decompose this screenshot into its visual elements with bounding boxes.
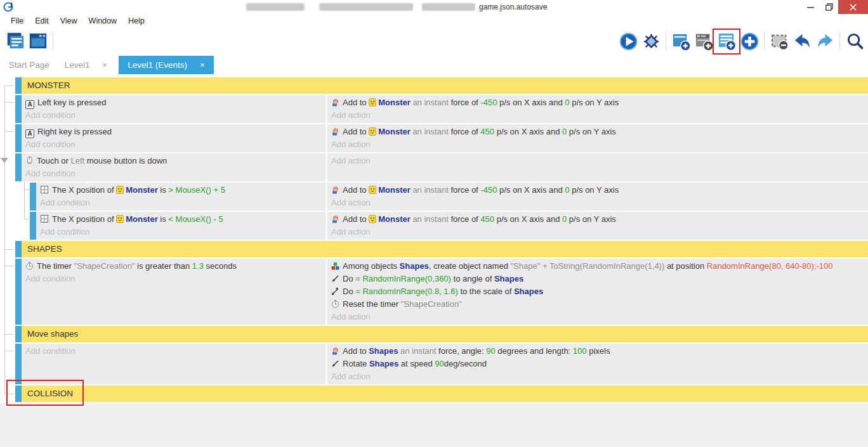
add-event-icon[interactable]	[716, 30, 737, 52]
action-line[interactable]: Do = RandomInRange(0.8, 1.6) to the scal…	[331, 285, 868, 298]
toolbar-separator	[839, 32, 840, 50]
add-action-button[interactable]: Add action	[331, 311, 868, 323]
angle-icon	[331, 359, 339, 370]
add-condition-button[interactable]: Add condition	[25, 345, 326, 358]
hand-icon	[331, 185, 339, 197]
undo-icon[interactable]	[791, 30, 813, 52]
condition-line[interactable]: ARight key is pressed	[25, 126, 326, 138]
toolbar-separator	[764, 32, 765, 50]
conditions-column: Add condition	[22, 344, 326, 384]
add-action-button[interactable]: Add action	[331, 155, 868, 167]
add-condition-button[interactable]: Add condition	[40, 226, 326, 238]
redo-icon[interactable]	[814, 30, 836, 52]
event-row[interactable]: The timer "ShapeCreation" is greater tha…	[15, 259, 868, 325]
conditions-column: The timer "ShapeCreation" is greater tha…	[22, 259, 326, 325]
conditions-column: The X position of Monster is > MouseX() …	[36, 183, 326, 211]
close-tab-icon[interactable]: ×	[100, 60, 110, 70]
action-line[interactable]: Add to Monster an instant force of -450 …	[331, 184, 868, 197]
condition-line[interactable]: The timer "ShapeCreation" is greater tha…	[25, 260, 326, 273]
group-header[interactable]: Move shapes	[15, 326, 868, 342]
add-condition-button[interactable]: Add condition	[25, 273, 326, 285]
event-row[interactable]: Touch or Left mouse button is downAdd co…	[15, 153, 868, 181]
event-color-bar	[15, 77, 22, 94]
actions-column: Add to Monster an instant force of 450 p…	[326, 212, 868, 240]
actions-column: Add to Monster an instant force of -450 …	[326, 183, 868, 211]
close-button[interactable]	[838, 0, 868, 14]
conditions-column: Touch or Left mouse button is downAdd co…	[22, 153, 326, 181]
action-line[interactable]: Reset the timer "ShapeCreation"	[331, 298, 868, 311]
event-color-bar	[15, 344, 22, 384]
action-line[interactable]: Rotate Shapes at speed 90deg/second	[331, 358, 868, 370]
event-row[interactable]: ALeft key is pressedAdd conditionAdd to …	[15, 95, 868, 123]
remove-frame-icon[interactable]	[768, 30, 790, 52]
action-line[interactable]: Do = RandomInRange(0,360) to angle of Sh…	[331, 273, 868, 285]
search-icon[interactable]	[844, 30, 865, 52]
event-color-bar	[15, 259, 22, 325]
tab-level1[interactable]: Level1 ×	[62, 56, 110, 74]
monster-icon	[369, 127, 376, 138]
group-header[interactable]: MONSTER	[15, 77, 868, 94]
event-row[interactable]: The X position of Monster is > MouseX() …	[30, 183, 868, 211]
action-line[interactable]: Add to Monster an instant force of 450 p…	[331, 213, 868, 226]
add-condition-button[interactable]: Add condition	[40, 197, 326, 209]
conditions-column: ALeft key is pressedAdd condition	[22, 95, 326, 123]
menu-edit[interactable]: Edit	[29, 16, 55, 25]
toolbar-separator	[666, 32, 666, 50]
keyboard-icon: A	[25, 98, 34, 109]
add-circle-icon[interactable]	[739, 30, 760, 52]
action-line[interactable]: Add to Monster an instant force of 450 p…	[331, 126, 868, 138]
event-color-bar	[30, 212, 36, 240]
menu-file[interactable]: File	[5, 16, 29, 25]
tab-level1-events[interactable]: Level1 (Events) ×	[119, 56, 213, 74]
event-row[interactable]: Add conditionAdd to Shapes an instant fo…	[15, 344, 868, 384]
events-sheet-icon[interactable]	[4, 30, 26, 52]
window-title: game.json.autosave	[479, 3, 547, 11]
condition-line[interactable]: The X position of Monster is < MouseX() …	[40, 213, 326, 226]
monster-icon	[116, 214, 124, 226]
events-sheet: MONSTERALeft key is pressedAdd condition…	[0, 74, 868, 447]
group-header[interactable]: SHAPES	[15, 241, 868, 257]
condition-line[interactable]: The X position of Monster is > MouseX() …	[40, 184, 326, 197]
event-color-bar	[15, 95, 22, 123]
hand-icon	[331, 127, 339, 138]
actions-column: Among objects Shapes, create object name…	[326, 259, 868, 325]
timer-icon	[331, 299, 339, 311]
play-icon[interactable]	[617, 30, 639, 52]
scene-editor-icon[interactable]	[27, 30, 49, 52]
group-header[interactable]: COLLISION	[15, 385, 868, 402]
condition-line[interactable]: ALeft key is pressed	[25, 96, 326, 109]
toolbar-separator	[53, 32, 53, 50]
event-row[interactable]: The X position of Monster is < MouseX() …	[30, 212, 868, 240]
menu-help[interactable]: Help	[122, 16, 150, 25]
actions-column: Add action	[326, 153, 868, 181]
event-color-bar	[15, 124, 22, 152]
menu-view[interactable]: View	[55, 16, 83, 25]
title-bar: game.json.autosave	[0, 0, 868, 14]
redacted-title-text	[422, 3, 475, 11]
add-external-object-icon[interactable]	[693, 30, 714, 52]
add-object-icon[interactable]	[670, 30, 692, 52]
mouse-icon	[25, 156, 34, 167]
action-line[interactable]: Add to Monster an instant force of -450 …	[331, 96, 868, 109]
actions-column: Add to Monster an instant force of -450 …	[326, 95, 868, 123]
condition-line[interactable]: Touch or Left mouse button is down	[25, 155, 326, 167]
action-line[interactable]: Among objects Shapes, create object name…	[331, 260, 868, 273]
action-line[interactable]: Add to Shapes an instant force, angle: 9…	[331, 345, 868, 358]
event-row[interactable]: ARight key is pressedAdd conditionAdd to…	[15, 124, 868, 152]
add-action-button[interactable]: Add action	[331, 197, 868, 209]
menu-window[interactable]: Window	[83, 16, 122, 25]
tab-start-page[interactable]: Start Page	[6, 56, 52, 74]
add-condition-button[interactable]: Add condition	[25, 109, 326, 122]
bug-icon[interactable]	[640, 30, 662, 52]
scale-icon	[331, 287, 339, 298]
add-action-button[interactable]: Add action	[331, 226, 868, 238]
add-condition-button[interactable]: Add condition	[25, 167, 326, 180]
close-tab-icon[interactable]: ×	[197, 60, 207, 70]
add-action-button[interactable]: Add action	[331, 370, 868, 383]
minimize-button[interactable]	[801, 0, 820, 14]
monster-icon	[369, 185, 376, 197]
restore-button[interactable]	[820, 0, 838, 14]
add-action-button[interactable]: Add action	[331, 138, 868, 151]
add-condition-button[interactable]: Add condition	[25, 138, 326, 151]
add-action-button[interactable]: Add action	[331, 109, 868, 122]
